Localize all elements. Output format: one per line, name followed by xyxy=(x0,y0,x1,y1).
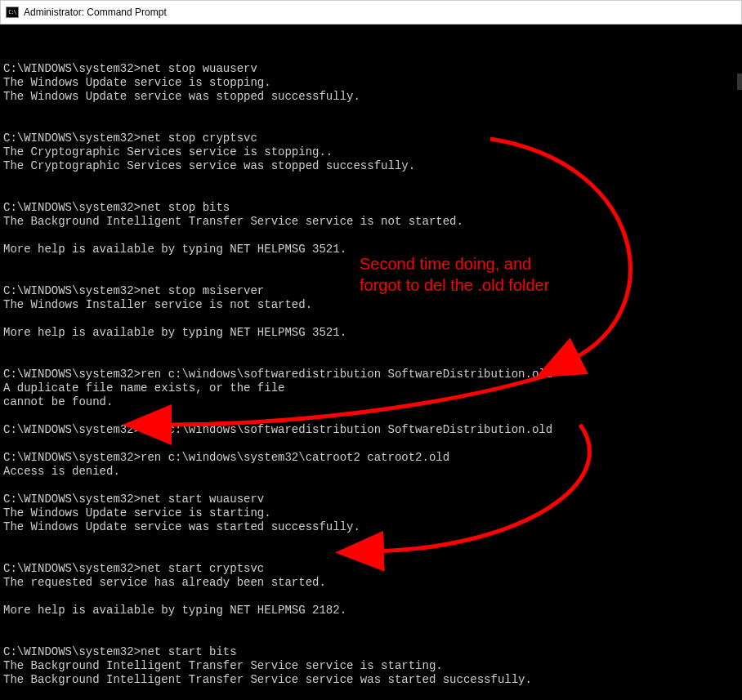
prompt-line: C:\WINDOWS\system32>net stop wuauserv xyxy=(3,62,739,76)
output-line: The Windows Update service is stopping. xyxy=(3,76,739,90)
blank-line xyxy=(3,687,739,700)
output-line: More help is available by typing NET HEL… xyxy=(3,604,739,618)
output-line: The requested service has already been s… xyxy=(3,576,739,590)
blank-line xyxy=(3,340,739,354)
blank-line xyxy=(3,229,739,243)
blank-line xyxy=(3,118,739,132)
output-line: More help is available by typing NET HEL… xyxy=(3,326,739,340)
blank-line xyxy=(3,409,739,423)
blank-line xyxy=(3,256,739,270)
output-line: The Windows Update service was stopped s… xyxy=(3,90,739,104)
prompt-line: C:\WINDOWS\system32>ren c:\windows\syste… xyxy=(3,451,739,465)
blank-line xyxy=(3,548,739,562)
prompt-line: C:\WINDOWS\system32>net start bits xyxy=(3,645,739,659)
blank-line xyxy=(3,354,739,368)
prompt-line: C:\WINDOWS\system32>net stop cryptsvc xyxy=(3,132,739,145)
output-line: cannot be found. xyxy=(3,395,739,409)
blank-line xyxy=(3,590,739,604)
blank-line xyxy=(3,173,739,187)
prompt-line: C:\WINDOWS\system32>ren c:\windows\softw… xyxy=(3,368,739,381)
output-line: The Cryptographic Services service was s… xyxy=(3,159,739,173)
output-line: More help is available by typing NET HEL… xyxy=(3,243,739,256)
terminal-output[interactable]: C:\WINDOWS\system32>net stop wuauservThe… xyxy=(0,25,742,700)
blank-line xyxy=(3,270,739,284)
blank-line xyxy=(3,534,739,548)
output-line: The Windows Installer service is not sta… xyxy=(3,298,739,312)
scrollbar[interactable] xyxy=(737,74,742,90)
window-title: Administrator: Command Prompt xyxy=(24,7,167,18)
blank-line xyxy=(3,631,739,645)
window-titlebar[interactable]: C:\ Administrator: Command Prompt xyxy=(0,0,742,25)
blank-line xyxy=(3,479,739,493)
cmd-icon: C:\ xyxy=(6,7,19,18)
blank-line xyxy=(3,104,739,118)
output-line: Access is denied. xyxy=(3,465,739,479)
blank-line xyxy=(3,312,739,326)
prompt-line: C:\WINDOWS\system32>net stop msiserver xyxy=(3,284,739,298)
output-line: The Windows Update service is starting. xyxy=(3,506,739,520)
blank-line xyxy=(3,437,739,451)
output-line: A duplicate file name exists, or the fil… xyxy=(3,381,739,395)
output-line: The Background Intelligent Transfer Serv… xyxy=(3,673,739,687)
output-line: The Cryptographic Services service is st… xyxy=(3,145,739,159)
output-line: The Background Intelligent Transfer Serv… xyxy=(3,215,739,229)
blank-line xyxy=(3,187,739,201)
blank-line xyxy=(3,618,739,631)
output-line: The Background Intelligent Transfer Serv… xyxy=(3,659,739,673)
prompt-line: C:\WINDOWS\system32>ren c:\windows\softw… xyxy=(3,423,739,437)
prompt-line: C:\WINDOWS\system32>net start cryptsvc xyxy=(3,562,739,576)
prompt-line: C:\WINDOWS\system32>net start wuauserv xyxy=(3,493,739,506)
prompt-line: C:\WINDOWS\system32>net stop bits xyxy=(3,201,739,215)
output-line: The Windows Update service was started s… xyxy=(3,520,739,534)
